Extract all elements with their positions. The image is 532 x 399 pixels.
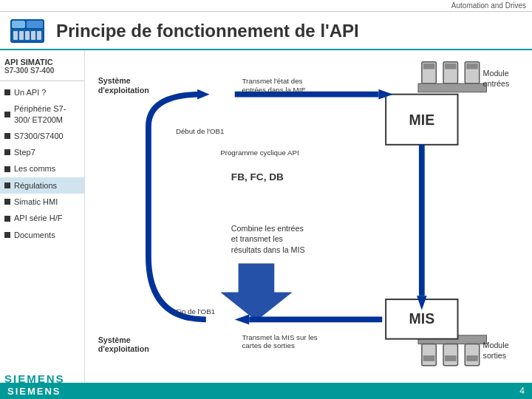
svg-rect-13 bbox=[465, 62, 479, 83]
svg-marker-34 bbox=[417, 296, 427, 310]
svg-text:Fin de l'OB1: Fin de l'OB1 bbox=[176, 307, 215, 316]
svg-text:entrées dans la MIE: entrées dans la MIE bbox=[242, 86, 306, 94]
sidebar-label-regulations: Régulations bbox=[14, 180, 57, 191]
sidebar-label-step7: Step7 bbox=[14, 147, 35, 157]
main-container: API SIMATIC S7-300 S7-400 Un API ? Périp… bbox=[0, 50, 532, 392]
api-simatic-section: API SIMATIC S7-300 S7-400 bbox=[0, 55, 84, 81]
sidebar-item-les-comms[interactable]: Les comms bbox=[0, 160, 84, 177]
diagram-svg: Module entrées Module bbox=[91, 53, 526, 389]
svg-text:MIS: MIS bbox=[409, 310, 435, 327]
svg-rect-29 bbox=[386, 299, 457, 339]
svg-rect-21 bbox=[443, 344, 457, 365]
svg-rect-2 bbox=[27, 21, 43, 28]
bullet-icon bbox=[4, 149, 10, 155]
svg-rect-12 bbox=[445, 64, 457, 69]
svg-text:Module: Module bbox=[483, 69, 509, 78]
module-entrees-connectors bbox=[418, 62, 486, 92]
svg-text:FB, FC, DB: FB, FC, DB bbox=[231, 171, 284, 183]
svg-rect-8 bbox=[37, 31, 41, 40]
svg-rect-22 bbox=[445, 355, 457, 361]
svg-text:entrées: entrées bbox=[483, 79, 510, 88]
bullet-icon bbox=[4, 216, 10, 222]
siemens-logo-icon bbox=[9, 16, 46, 46]
svg-marker-37 bbox=[197, 89, 210, 100]
bullet-icon bbox=[4, 183, 10, 188]
sidebar-item-simatic-hmi[interactable]: Simatic HMI bbox=[0, 194, 84, 210]
svg-rect-14 bbox=[466, 64, 478, 69]
top-bar: Automation and Drives bbox=[0, 0, 532, 12]
sidebar-label-un-api: Un API ? bbox=[14, 87, 46, 98]
footer: SIEMENS 4 bbox=[0, 383, 532, 399]
sidebar-item-peripherie[interactable]: Périphérie S7-300/ ET200M bbox=[0, 100, 84, 128]
svg-rect-6 bbox=[25, 31, 30, 40]
page-title: Principe de fonctionnement de l'API bbox=[56, 21, 359, 41]
svg-marker-36 bbox=[235, 315, 249, 325]
bullet-icon bbox=[4, 232, 10, 238]
sidebar-item-un-api[interactable]: Un API ? bbox=[0, 84, 84, 100]
svg-rect-24 bbox=[466, 355, 478, 361]
sidebar-label-documents: Documents bbox=[14, 230, 55, 240]
svg-text:Transmet l'état des: Transmet l'état des bbox=[242, 77, 302, 85]
svg-rect-27 bbox=[386, 95, 457, 145]
sidebar-label-les-comms: Les comms bbox=[14, 163, 55, 174]
svg-text:Début de l'OB1: Début de l'OB1 bbox=[176, 127, 225, 135]
bullet-icon bbox=[4, 133, 10, 139]
svg-text:Module: Module bbox=[483, 341, 509, 349]
sidebar-label-api-serie-hf: API série H/F bbox=[14, 213, 62, 223]
svg-text:Programme cyclique API: Programme cyclique API bbox=[220, 149, 299, 157]
svg-rect-7 bbox=[31, 31, 35, 40]
bullet-icon bbox=[4, 89, 10, 95]
sidebar-item-documents[interactable]: Documents bbox=[0, 227, 84, 243]
sidebar-item-regulations[interactable]: Régulations bbox=[0, 177, 84, 194]
svg-rect-5 bbox=[19, 31, 24, 40]
svg-text:Combine les entrées: Combine les entrées bbox=[231, 224, 304, 233]
api-simatic-sub: S7-300 S7-400 bbox=[4, 66, 80, 75]
svg-rect-20 bbox=[423, 355, 435, 361]
svg-rect-4 bbox=[13, 31, 18, 40]
sidebar-item-step7[interactable]: Step7 bbox=[0, 144, 84, 160]
content-area: Module entrées Module bbox=[85, 50, 532, 392]
bullet-icon bbox=[4, 166, 10, 172]
svg-text:MIE: MIE bbox=[409, 112, 435, 128]
svg-rect-9 bbox=[422, 62, 436, 83]
sidebar-label-s7300: S7300/S7400 bbox=[14, 131, 64, 141]
sidebar: API SIMATIC S7-300 S7-400 Un API ? Périp… bbox=[0, 50, 85, 392]
svg-text:d'exploitation: d'exploitation bbox=[98, 86, 149, 95]
sidebar-label-simatic-hmi: Simatic HMI bbox=[14, 197, 58, 207]
svg-rect-1 bbox=[12, 21, 25, 28]
svg-rect-18 bbox=[418, 335, 486, 344]
svg-marker-32 bbox=[378, 89, 392, 100]
bullet-icon bbox=[4, 199, 10, 205]
svg-rect-15 bbox=[418, 83, 486, 92]
siemens-footer-logo: SIEMENS bbox=[7, 386, 61, 397]
sidebar-item-api-serie-hf[interactable]: API série H/F bbox=[0, 210, 84, 226]
brand-label: Automation and Drives bbox=[451, 1, 526, 10]
bullet-icon bbox=[4, 112, 10, 117]
svg-text:Système: Système bbox=[98, 76, 131, 85]
page-number: 4 bbox=[519, 386, 525, 396]
svg-text:cartes de sorties: cartes de sorties bbox=[242, 341, 294, 349]
svg-rect-10 bbox=[423, 64, 435, 69]
svg-rect-11 bbox=[443, 62, 457, 83]
module-sorties-connectors bbox=[418, 335, 486, 366]
svg-rect-23 bbox=[465, 344, 479, 365]
svg-rect-19 bbox=[422, 344, 436, 365]
svg-text:Transmet la MIS sur les: Transmet la MIS sur les bbox=[242, 333, 317, 341]
sidebar-label-peripherie: Périphérie S7-300/ ET200M bbox=[14, 103, 80, 125]
svg-text:résultats dans la MIS: résultats dans la MIS bbox=[231, 245, 305, 254]
svg-text:d'exploitation: d'exploitation bbox=[98, 344, 149, 353]
svg-text:sorties: sorties bbox=[483, 351, 506, 360]
svg-text:et transmet les: et transmet les bbox=[231, 234, 283, 243]
sidebar-item-s7300[interactable]: S7300/S7400 bbox=[0, 128, 84, 144]
diagram-container: Module entrées Module bbox=[91, 53, 526, 389]
svg-text:Système: Système bbox=[98, 335, 131, 344]
svg-marker-38 bbox=[220, 263, 292, 321]
header: Principe de fonctionnement de l'API bbox=[0, 12, 532, 50]
api-simatic-label: API SIMATIC bbox=[4, 58, 80, 66]
